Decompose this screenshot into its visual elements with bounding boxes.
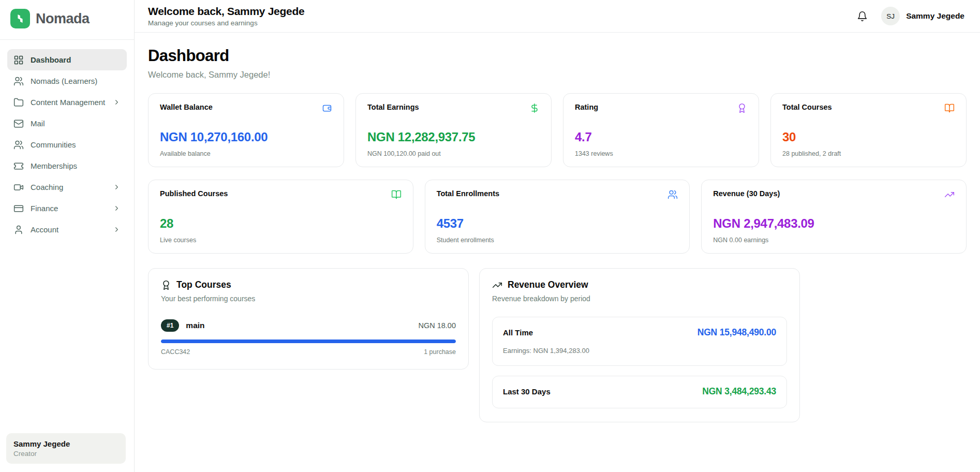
stat-card-total-courses: Total Courses 30 28 published, 2 draft (770, 93, 967, 167)
sidebar-item-account[interactable]: Account (7, 219, 127, 240)
period-label: All Time (503, 328, 533, 337)
top-courses-panel: Top Courses Your best performing courses… (148, 268, 469, 370)
topbar-subtitle: Manage your courses and earnings (148, 19, 304, 27)
stat-subtext: Live courses (160, 237, 402, 244)
sidebar-item-label: Dashboard (31, 55, 71, 64)
sidebar-item-label: Content Management (31, 98, 105, 107)
main-area: Welcome back, Sammy Jegede Manage your c… (135, 0, 980, 472)
stat-subtext: NGN 0.00 earnings (713, 237, 955, 244)
panel-subtitle: Revenue breakdown by period (492, 294, 787, 303)
revenue-overview-panel: Revenue Overview Revenue breakdown by pe… (479, 268, 800, 422)
mail-icon (13, 119, 24, 129)
page-title: Dashboard (148, 47, 967, 65)
rank-badge: #1 (161, 319, 179, 332)
stat-subtext: Available balance (160, 150, 332, 157)
course-purchases: 1 purchase (424, 348, 456, 356)
sidebar-item-label: Communities (31, 140, 76, 149)
sidebar-item-memberships[interactable]: Memberships (7, 155, 127, 176)
sidebar-item-label: Account (31, 225, 58, 234)
sidebar-item-communities[interactable]: Communities (7, 134, 127, 155)
sidebar-item-nomads[interactable]: Nomads (Learners) (7, 70, 127, 92)
sidebar-item-label: Finance (31, 204, 58, 213)
period-label: Last 30 Days (503, 387, 551, 396)
sidebar-user-card[interactable]: Sammy Jegede Creator (6, 433, 126, 464)
user-name: Sammy Jegede (906, 11, 964, 21)
trending-up-icon (492, 280, 502, 290)
trending-up-icon (944, 189, 955, 200)
stat-subtext: NGN 100,120.00 paid out (367, 150, 540, 157)
grid-icon (13, 55, 24, 65)
top-course-item: #1 main NGN 18.00 CACC342 1 purchase (161, 319, 456, 356)
stats-row-2: Published Courses 28 Live courses Total … (148, 180, 967, 254)
topbar-right: SJ Sammy Jegede (857, 7, 964, 25)
wallet-icon (322, 103, 332, 113)
nomada-logo-icon (10, 9, 30, 28)
stat-title: Published Courses (160, 189, 228, 198)
chevron-right-icon (113, 204, 121, 212)
stat-value: NGN 10,270,160.00 (160, 130, 332, 144)
topbar-left: Welcome back, Sammy Jegede Manage your c… (148, 5, 304, 27)
dashboard-content: Dashboard Welcome back, Sammy Jegede! Wa… (135, 33, 980, 422)
revenue-period-last-30-days: Last 30 Days NGN 3,484,293.43 (492, 376, 787, 408)
credit-card-icon (13, 203, 24, 214)
stat-value: 4537 (437, 216, 678, 231)
course-progress-bar (161, 340, 456, 343)
stat-value: 30 (782, 130, 955, 144)
page-greeting: Welcome back, Sammy Jegede! (148, 70, 967, 80)
users-icon (13, 140, 24, 150)
sidebar-item-mail[interactable]: Mail (7, 113, 127, 134)
stat-subtext: Student enrollments (437, 237, 678, 244)
stats-row-1: Wallet Balance NGN 10,270,160.00 Availab… (148, 93, 967, 167)
stat-value: NGN 2,947,483.09 (713, 216, 955, 231)
sidebar-user-name: Sammy Jegede (13, 439, 118, 448)
folder-icon (13, 97, 24, 108)
sidebar-item-content-management[interactable]: Content Management (7, 92, 127, 113)
panel-title: Revenue Overview (508, 279, 588, 290)
sidebar-item-label: Coaching (31, 183, 63, 191)
stat-card-revenue-30-days: Revenue (30 Days) NGN 2,947,483.09 NGN 0… (701, 180, 967, 254)
stat-card-published-courses: Published Courses 28 Live courses (148, 180, 413, 254)
stat-card-rating: Rating 4.7 1343 reviews (563, 93, 759, 167)
stat-value: NGN 12,282,937.75 (367, 130, 540, 144)
ticket-icon (13, 161, 24, 171)
sidebar-item-coaching[interactable]: Coaching (7, 176, 127, 198)
sidebar-item-dashboard[interactable]: Dashboard (7, 49, 127, 70)
stat-value: 4.7 (575, 130, 747, 144)
brand-name: Nomada (36, 11, 90, 27)
course-name: main (186, 321, 204, 330)
period-earnings: Earnings: NGN 1,394,283.00 (503, 347, 776, 355)
course-price: NGN 18.00 (418, 321, 456, 330)
brand-logo[interactable]: Nomada (0, 0, 134, 40)
period-value: NGN 3,484,293.43 (702, 386, 776, 397)
users-icon (13, 76, 24, 86)
topbar: Welcome back, Sammy Jegede Manage your c… (135, 0, 980, 33)
period-value: NGN 15,948,490.00 (697, 327, 776, 338)
sidebar-item-label: Memberships (31, 161, 77, 170)
stat-value: 28 (160, 216, 402, 231)
sidebar-user-role: Creator (13, 450, 118, 458)
users-icon (667, 189, 678, 200)
user-menu[interactable]: SJ Sammy Jegede (881, 7, 964, 25)
revenue-period-all-time: All Time NGN 15,948,490.00 Earnings: NGN… (492, 317, 787, 366)
stat-title: Rating (575, 103, 598, 111)
stat-title: Total Earnings (367, 103, 419, 111)
stat-subtext: 1343 reviews (575, 150, 747, 157)
book-open-icon (391, 189, 402, 200)
panel-title: Top Courses (176, 279, 231, 290)
stat-subtext: 28 published, 2 draft (782, 150, 955, 157)
bell-icon (857, 11, 868, 22)
topbar-title: Welcome back, Sammy Jegede (148, 5, 304, 18)
stat-card-total-enrollments: Total Enrollments 4537 Student enrollmen… (425, 180, 690, 254)
sidebar-item-label: Nomads (Learners) (31, 77, 97, 85)
award-icon (737, 103, 747, 113)
sidebar: Nomada Dashboard Nomads (Learners) Conte… (0, 0, 135, 472)
notifications-button[interactable] (857, 11, 868, 22)
video-icon (13, 182, 24, 193)
course-code: CACC342 (161, 348, 190, 356)
user-icon (13, 225, 24, 235)
chevron-right-icon (113, 98, 121, 106)
bottom-panels: Top Courses Your best performing courses… (148, 268, 967, 422)
sidebar-item-finance[interactable]: Finance (7, 198, 127, 219)
stat-title: Total Enrollments (437, 189, 499, 198)
sidebar-item-label: Mail (31, 119, 45, 128)
